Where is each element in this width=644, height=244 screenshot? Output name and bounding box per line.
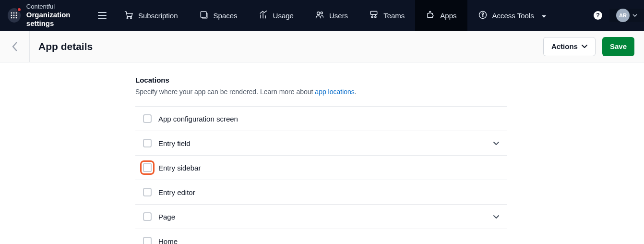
svg-point-0 — [11, 12, 12, 14]
nav-item-label: Spaces — [214, 12, 238, 20]
locations-desc-after: . — [355, 88, 357, 96]
brand-block: Contentful Organization settings — [0, 0, 113, 31]
chevron-down-icon — [493, 139, 500, 147]
svg-point-22 — [375, 16, 376, 17]
app-launcher[interactable] — [8, 8, 21, 23]
svg-point-5 — [16, 15, 17, 16]
nav-item-label: Users — [329, 12, 348, 20]
svg-rect-14 — [201, 12, 206, 17]
nav-item-label: Apps — [440, 12, 456, 20]
caret-down-icon — [632, 14, 637, 17]
brand-text: Contentful Organization settings — [26, 3, 92, 28]
svg-point-8 — [16, 17, 17, 19]
svg-point-7 — [13, 17, 15, 19]
users-icon — [315, 10, 324, 21]
cart-icon — [124, 10, 133, 21]
caret-down-icon — [542, 12, 546, 20]
location-label: Entry sidebar — [158, 164, 201, 172]
locations-desc: Specify where your app can be rendered. … — [135, 88, 644, 96]
notification-dot — [17, 7, 22, 12]
nav-item-subscription[interactable]: Subscription — [113, 0, 189, 31]
location-row-page[interactable]: Page — [135, 205, 507, 229]
user-menu[interactable]: AR — [609, 9, 644, 22]
location-checkbox[interactable] — [143, 237, 152, 244]
actions-button[interactable]: Actions — [543, 37, 596, 56]
nav-item-users[interactable]: Users — [304, 0, 358, 31]
actions-button-label: Actions — [551, 42, 578, 50]
svg-point-3 — [11, 15, 12, 16]
nav-item-teams[interactable]: Teams — [358, 0, 415, 31]
svg-point-4 — [13, 15, 15, 16]
location-checkbox[interactable] — [143, 114, 152, 123]
location-row-entry-field[interactable]: Entry field — [135, 131, 507, 156]
key-icon — [478, 10, 488, 21]
save-button[interactable]: Save — [602, 37, 634, 56]
brand-page: Organization settings — [26, 11, 92, 28]
nav-right: ? AR — [586, 0, 644, 31]
nav-item-label: Subscription — [138, 12, 178, 20]
svg-point-18 — [317, 12, 320, 14]
nav-item-label: Usage — [273, 12, 294, 20]
puzzle-icon — [426, 10, 435, 21]
page-subheader: App details Actions Save — [0, 31, 644, 62]
main-content: Locations Specify where your app can be … — [0, 62, 644, 244]
save-button-label: Save — [610, 42, 627, 50]
subheader-actions: Actions Save — [543, 37, 634, 56]
location-row-entry-sidebar[interactable]: Entry sidebar — [135, 156, 507, 180]
help-button[interactable]: ? — [586, 11, 609, 20]
location-label: Home — [158, 237, 178, 244]
page-title: App details — [38, 41, 93, 52]
location-row-entry-editor[interactable]: Entry editor — [135, 180, 507, 205]
nav-item-label: Access Tools — [492, 12, 534, 20]
svg-point-19 — [321, 12, 322, 13]
hamburger-icon — [98, 12, 107, 19]
location-checkbox[interactable] — [143, 188, 152, 196]
location-checkbox[interactable] — [143, 163, 152, 172]
svg-point-1 — [13, 12, 15, 14]
grid-icon — [11, 12, 17, 19]
location-checkbox[interactable] — [143, 212, 152, 221]
location-list: App configuration screenEntry fieldEntry… — [135, 106, 507, 244]
top-nav: Contentful Organization settings Subscri… — [0, 0, 644, 31]
app-locations-link[interactable]: app locations — [315, 88, 355, 96]
locations-desc-text: Specify where your app can be rendered. … — [135, 88, 315, 96]
menu-toggle[interactable] — [98, 12, 107, 19]
locations-title: Locations — [135, 76, 644, 84]
chevron-down-icon — [582, 45, 587, 49]
chart-icon — [259, 10, 268, 21]
svg-rect-20 — [370, 11, 377, 14]
teams-icon — [369, 10, 379, 21]
svg-point-21 — [371, 16, 373, 17]
help-icon: ? — [593, 11, 603, 20]
layers-icon — [199, 10, 209, 21]
svg-point-2 — [16, 12, 17, 14]
svg-point-6 — [11, 17, 12, 19]
avatar: AR — [616, 9, 630, 22]
location-row-home[interactable]: Home — [135, 229, 507, 244]
nav-item-label: Teams — [383, 12, 405, 20]
nav-item-usage[interactable]: Usage — [248, 0, 304, 31]
back-button[interactable] — [0, 31, 30, 62]
location-label: Entry editor — [158, 188, 195, 196]
location-label: Entry field — [158, 139, 191, 147]
brand-name: Contentful — [26, 3, 92, 11]
location-checkbox[interactable] — [143, 139, 152, 147]
nav-item-access-tools[interactable]: Access Tools — [467, 0, 557, 31]
svg-point-13 — [131, 17, 132, 18]
location-label: App configuration screen — [158, 115, 238, 123]
nav-items: SubscriptionSpacesUsageUsersTeamsAppsAcc… — [113, 0, 586, 31]
chevron-down-icon — [493, 212, 500, 221]
nav-item-apps[interactable]: Apps — [415, 0, 467, 31]
chevron-left-icon — [12, 41, 18, 52]
nav-item-spaces[interactable]: Spaces — [189, 0, 248, 31]
location-label: Page — [158, 213, 175, 221]
svg-point-12 — [127, 17, 128, 18]
location-row-app-configuration-screen[interactable]: App configuration screen — [135, 106, 507, 131]
svg-text:?: ? — [596, 12, 600, 19]
